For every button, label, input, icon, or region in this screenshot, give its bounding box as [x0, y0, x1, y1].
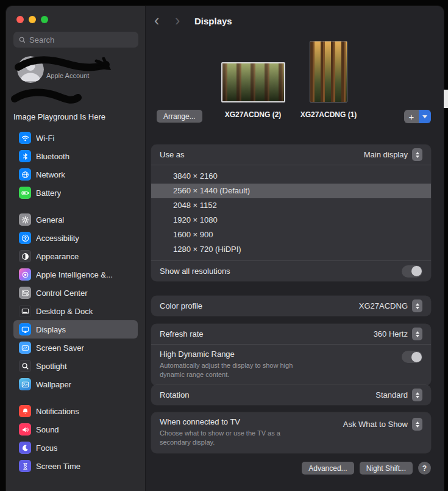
sidebar-item-label: Appearance [36, 252, 79, 261]
sidebar-item-focus[interactable]: Focus [13, 439, 138, 457]
display-thumbnail-2[interactable] [310, 41, 347, 102]
sidebar-item-battery[interactable]: Battery [13, 184, 138, 202]
refresh-rate-row: Refresh rate 360 Hertz [151, 324, 431, 344]
tv-description: Choose what to show or use the TV as a s… [160, 429, 301, 447]
show-all-resolutions-toggle[interactable] [402, 265, 422, 278]
toggle-knob [411, 352, 422, 362]
account-row[interactable]: Apple Account [6, 55, 145, 90]
sidebar: Apple Account Image Playground Is Here W… [6, 6, 146, 491]
speaker-icon [19, 423, 31, 435]
sidebar-item-screen-time[interactable]: Screen Time [13, 457, 138, 475]
hdr-toggle[interactable] [402, 351, 422, 363]
rotation-value: Standard [375, 390, 408, 400]
resolution-option-selected[interactable]: 2560 × 1440 (Default) [151, 184, 431, 198]
plus-icon[interactable]: + [404, 110, 419, 123]
sidebar-item-label: Accessibility [36, 234, 79, 243]
sidebar-item-appearance[interactable]: Appearance [13, 247, 138, 265]
resolution-option[interactable]: 1920 × 1080 [151, 213, 431, 228]
control-center-icon [19, 287, 31, 299]
sidebar-item-apple-intelligence[interactable]: Apple Intelligence &... [13, 265, 138, 284]
gear-icon [19, 213, 31, 226]
night-shift-button[interactable]: Night Shift... [360, 462, 413, 475]
sidebar-item-sound[interactable]: Sound [13, 420, 138, 439]
arrange-button[interactable]: Arrange... [157, 110, 202, 123]
sidebar-item-desktop-dock[interactable]: Desktop & Dock [13, 302, 138, 320]
back-chevron-icon[interactable]: ‹ [154, 13, 159, 27]
bell-icon [19, 405, 31, 417]
stepper-icon [412, 389, 422, 401]
screen-saver-icon [19, 342, 31, 354]
sidebar-item-label: Battery [36, 188, 61, 198]
search-icon [18, 36, 26, 44]
window-controls [6, 6, 145, 23]
sidebar-item-label: General [36, 215, 64, 224]
use-as-popup[interactable]: Main display [364, 148, 422, 161]
zoom-button[interactable] [41, 16, 48, 23]
resolution-card: Use as Main display 3840 × 2160 2560 × 1… [151, 145, 431, 281]
sidebar-item-wifi[interactable]: Wi-Fi [13, 129, 138, 147]
minimize-button[interactable] [29, 16, 36, 23]
use-as-label: Use as [160, 150, 184, 159]
main-content: ‹ › Displays XG27ACDNG (2) XG27ACDNG (1)… [146, 6, 444, 491]
hdr-label: High Dynamic Range [160, 349, 301, 359]
tv-popup[interactable]: Ask What to Show [343, 418, 422, 431]
magnifier-icon [19, 360, 31, 372]
resolution-option[interactable]: 2048 × 1152 [151, 198, 431, 213]
page-title: Displays [194, 16, 232, 26]
desktop-background: Apple Account Image Playground Is Here W… [0, 0, 448, 491]
rotation-label: Rotation [160, 390, 189, 400]
sidebar-item-spotlight[interactable]: Spotlight [13, 357, 138, 375]
sidebar-item-accessibility[interactable]: Accessibility [13, 229, 138, 247]
resolution-option[interactable]: 3840 × 2160 [151, 169, 431, 184]
background-artifact [444, 90, 448, 108]
resolution-option[interactable]: 1600 × 900 [151, 228, 431, 242]
refresh-rate-value: 360 Hertz [374, 329, 408, 339]
sidebar-item-screen-saver[interactable]: Screen Saver [13, 339, 138, 357]
sidebar-group-gap [6, 202, 145, 210]
search-input[interactable] [29, 35, 137, 45]
sidebar-item-label: Displays [36, 325, 66, 334]
sidebar-item-label: Network [36, 170, 65, 179]
apple-intelligence-icon [19, 268, 31, 281]
sidebar-item-notifications[interactable]: Notifications [13, 402, 138, 420]
wallpaper-icon [19, 378, 31, 390]
battery-icon [19, 187, 31, 199]
tv-card: When connected to TV Choose what to show… [151, 412, 431, 453]
color-profile-popup[interactable]: XG27ACDNG [359, 299, 422, 312]
bluetooth-icon [19, 150, 31, 162]
forward-chevron-icon[interactable]: › [175, 13, 180, 27]
sidebar-item-label: Screen Saver [36, 343, 84, 353]
sidebar-item-displays[interactable]: Displays [13, 320, 138, 339]
stepper-icon [412, 148, 422, 161]
close-button[interactable] [16, 16, 24, 23]
playground-note: Image Playground Is Here [13, 112, 138, 121]
refresh-rate-card: Refresh rate 360 Hertz High Dynamic Rang… [151, 324, 431, 385]
globe-icon [19, 168, 31, 181]
wifi-icon [19, 132, 31, 144]
sidebar-nav: Wi-Fi Bluetooth Network Battery [6, 129, 145, 475]
sidebar-item-control-center[interactable]: Control Center [13, 284, 138, 302]
sidebar-item-general[interactable]: General [13, 210, 138, 229]
refresh-rate-label: Refresh rate [160, 329, 204, 339]
rotation-card: Rotation Standard [151, 385, 431, 405]
sidebar-item-bluetooth[interactable]: Bluetooth [13, 147, 138, 165]
tv-value: Ask What to Show [343, 420, 408, 429]
rotation-popup[interactable]: Standard [375, 389, 422, 401]
add-display-dropdown[interactable] [419, 110, 431, 123]
help-button[interactable]: ? [418, 462, 431, 475]
resolution-option[interactable]: 1280 × 720 (HiDPI) [151, 242, 431, 257]
appearance-icon [19, 250, 31, 262]
hdr-description: Automatically adjust the display to show… [160, 361, 301, 379]
stepper-icon [412, 299, 422, 312]
advanced-button[interactable]: Advanced... [302, 462, 354, 475]
add-display-button[interactable]: + [404, 110, 431, 123]
display-thumbnail-1[interactable] [221, 62, 285, 102]
search-field[interactable] [13, 32, 138, 48]
toggle-knob [411, 266, 422, 276]
color-profile-card: Color profile XG27ACDNG [151, 296, 431, 316]
refresh-rate-popup[interactable]: 360 Hertz [374, 328, 422, 340]
sidebar-item-wallpaper[interactable]: Wallpaper [13, 375, 138, 393]
avatar [17, 56, 44, 83]
sidebar-item-label: Desktop & Dock [36, 307, 93, 316]
sidebar-item-network[interactable]: Network [13, 165, 138, 184]
